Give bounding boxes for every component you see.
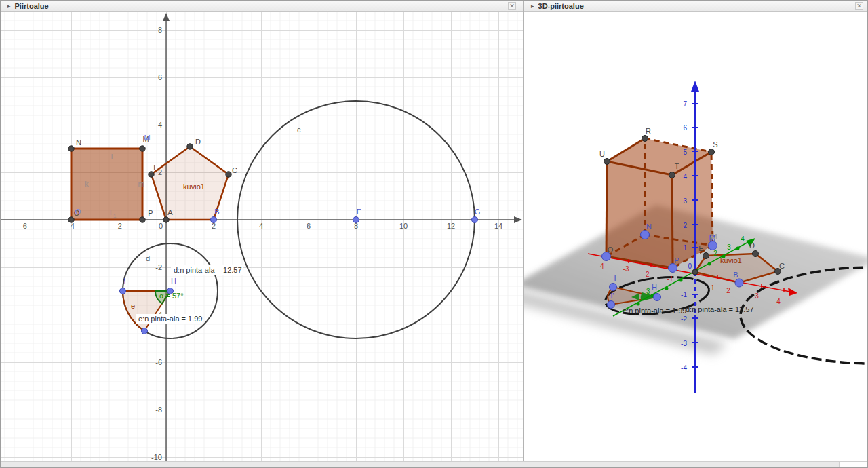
z-tick-label-3d: -4 [681,364,687,372]
area-text-d: d:n pinta-ala = 12.57 [174,266,242,274]
point-m-3d[interactable] [709,241,717,250]
z-tick-label-3d: -3 [681,340,687,347]
graphics-view-2d[interactable]: -6-4-2024681012148642-2-4-6-8-10d:n pint… [1,12,523,468]
label-point-p: P [148,209,153,217]
point-b-3d[interactable] [735,279,743,287]
z-tick-label-3d: 4 [683,173,687,180]
point-u-3d[interactable] [604,159,610,165]
label-edge-l1-sub: 1 [113,213,117,219]
point-h-3d[interactable] [654,294,661,301]
label-r-3d: R [646,127,651,135]
label-point-m-overlay: M [144,134,150,142]
y-dot-3d [637,303,640,306]
x-tick-label-3d: 3 [755,292,759,300]
label-edge-l: l [111,153,113,161]
y-tick-label: 6 [158,73,162,81]
label-p-3d: P [674,256,679,265]
graphics-view-3d-titlebar[interactable]: ▸ 3D-piirtoalue ✕ [524,1,868,12]
point-c[interactable] [226,172,231,177]
point-f[interactable] [353,217,359,223]
close-icon[interactable]: ✕ [508,2,516,10]
x-tick-label-3d: -1 [667,275,673,283]
point-n-3d[interactable] [641,231,650,239]
point-g[interactable] [472,217,478,223]
x-tick-label: 12 [447,222,455,230]
bottom-scrollbar[interactable] [1,461,868,467]
label-kuvio1-3d: kuvio1 [720,256,742,265]
label-point-h: H [171,277,176,285]
point-i-3d[interactable] [610,284,617,291]
point-e-3d[interactable] [703,253,709,259]
close-icon[interactable]: ✕ [855,2,863,10]
point-a[interactable] [163,217,169,222]
square-nmop [71,149,142,220]
point-o[interactable] [68,217,74,222]
label-point-i: I [123,277,125,285]
area-text-e-3d: e:n pinta-ala = 1.99 [623,307,687,315]
point-s-3d[interactable] [709,149,715,155]
y-tick-label: -8 [155,406,162,414]
y-tick-label: 8 [158,26,162,34]
x-tick-label: 0 [159,222,163,230]
z-tick-label-3d: 7 [683,100,687,108]
label-u-3d: U [599,150,605,158]
label-point-b: B [214,208,219,216]
x-tick-label: -2 [115,222,122,230]
label-b-3d: B [733,271,738,279]
label-t-3d: T [675,162,679,170]
label-point-n: N [76,138,81,147]
label-d: d [146,254,150,262]
point-r-3d[interactable] [642,136,648,142]
2d-canvas[interactable]: -6-4-2024681012148642-2-4-6-8-10d:n pint… [1,12,523,468]
z-tick-label-3d: 6 [683,124,687,132]
point-i-prime[interactable] [142,328,148,334]
label-point-d: D [195,138,201,146]
label-c: c [297,125,301,134]
x-tick-label-3d: -4 [598,262,604,270]
label-i-prime-3d: I' [610,292,614,300]
point-t-3d[interactable] [669,172,675,178]
graphics-view-titlebar[interactable]: ▸ Piirtoalue ✕ [1,1,523,12]
point-a-3d[interactable] [692,269,698,275]
point-d-3d[interactable] [753,251,759,257]
z-tick-label-3d: 5 [683,149,687,156]
collapse-arrow-icon[interactable]: ▸ [7,1,11,12]
x-tick-label: 6 [307,222,311,230]
point-h[interactable] [167,288,174,294]
graphics-view-3d-panel: ▸ 3D-piirtoalue ✕ -4-3-2-11234234-376543… [524,1,868,468]
point-p-3d[interactable] [669,264,677,273]
label-point-c: C [232,166,237,174]
y-tick-label-3d: -3 [644,288,650,295]
label-edge-l1: l [110,208,111,216]
z-tick-label-3d: 3 [683,197,687,205]
3d-canvas[interactable]: -4-3-2-11234234-376543210-1-2-3-4RSTUONP… [524,12,868,468]
scrollbar-corner [839,462,868,468]
point-d[interactable] [187,144,193,149]
point-e[interactable] [149,172,154,177]
x-tick-label-3d: -3 [623,265,629,273]
label-m-3d-overlay: M [711,233,717,241]
y-tick-label: -2 [155,263,162,271]
area-text-e: e:n pinta-ala = 1.99 [138,315,203,323]
point-i-prime-3d[interactable] [608,301,615,309]
x-tick-label: -4 [68,222,75,230]
point-b[interactable] [211,217,217,223]
point-n[interactable] [68,146,74,151]
point-m[interactable] [140,146,145,151]
graphics-view-3d[interactable]: -4-3-2-11234234-376543210-1-2-3-4RSTUONP… [524,12,868,468]
y-tick-label: -6 [155,358,162,366]
x-tick-label-3d: -2 [644,271,650,278]
y-dot-3d [665,287,669,290]
label-n-3d: N [646,222,652,231]
label-point-e: E [153,163,158,172]
label-edge-m: m [138,180,144,188]
point-i[interactable] [120,288,126,294]
label-point-g: G [475,208,481,216]
label-i-3d: I [614,274,616,282]
point-p[interactable] [140,217,145,222]
y-tick-label-3d: 2 [713,250,717,257]
graphics-view-panel: ▸ Piirtoalue ✕ -6-4-2024681012148642-2-4… [1,1,523,468]
x-tick-label: 10 [399,222,408,230]
collapse-arrow-icon[interactable]: ▸ [531,1,534,12]
x-tick-label: -6 [20,222,27,230]
